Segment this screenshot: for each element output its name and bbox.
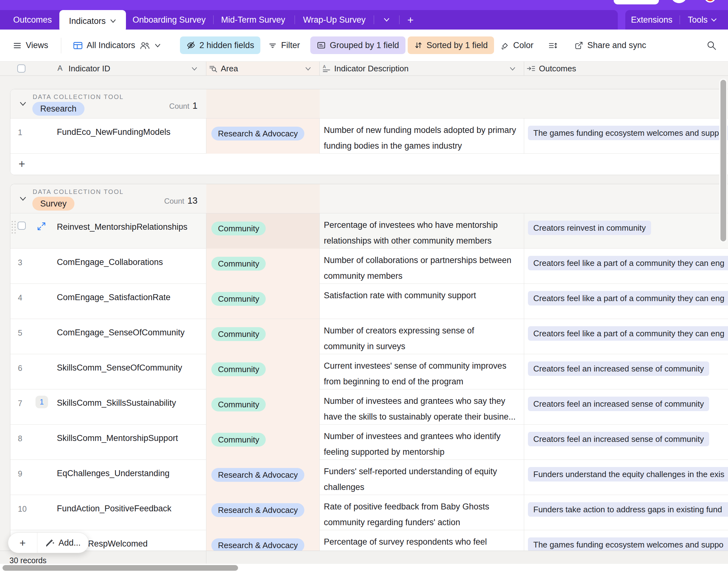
tab-mid-term-survey[interactable]: Mid-Term Survey [221,10,285,29]
filter-button[interactable]: Filter [268,29,300,61]
record-id[interactable]: Reinvest_MentorshipRelationships [57,222,187,232]
add-record-row[interactable]: + [10,154,728,175]
ai-add-button[interactable]: Add... [37,533,89,553]
tools-button[interactable]: Tools [688,10,708,29]
tabs-chevron-down-icon[interactable] [383,10,391,29]
indicator-description[interactable]: Number of investees and grantees who say… [324,393,517,425]
area-chip[interactable]: Research & Advocacy [211,539,304,551]
area-chip[interactable]: Community [211,398,266,411]
table-row[interactable]: _SurveyRespWelcomed Research & Advocacy … [10,530,728,551]
share-button[interactable]: Share and sync [574,29,646,61]
record-id[interactable]: ComEngage_Collaborations [57,258,163,267]
row-height-button[interactable] [548,29,558,61]
outcome-chip[interactable]: Funders take action to address gaps in e… [528,502,728,517]
column-divider[interactable] [524,62,524,75]
chevron-down-icon[interactable] [305,65,312,72]
hidden-fields-button[interactable]: 2 hidden fields [180,37,260,54]
area-chip[interactable]: Research & Advocacy [211,503,304,517]
record-id[interactable]: FundEco_NewFundingModels [57,127,171,137]
table-row-hovered[interactable]: Reinvest_MentorshipRelationships Communi… [10,213,728,248]
notification-dot[interactable] [705,0,716,3]
tab-outcomes[interactable]: Outcomes [13,10,52,29]
column-divider[interactable] [319,62,320,75]
record-id[interactable]: SkillsComm_MentorshipSupport [57,433,178,443]
area-chip[interactable]: Community [211,222,266,235]
add-record-button[interactable]: + [8,533,37,553]
area-chip[interactable]: Research & Advocacy [211,127,304,140]
plus-icon[interactable]: + [18,157,25,171]
table-row[interactable]: 10 FundAction_PositiveFeedback Research … [10,495,728,530]
group-button[interactable]: Grouped by 1 field [310,37,405,54]
extensions-button[interactable]: Extensions [631,10,672,29]
record-id[interactable]: ComEngage_SatisfactionRate [57,293,171,302]
avatar[interactable] [671,0,687,3]
column-header-indicator-id[interactable]: Indicator ID [69,62,110,75]
area-chip[interactable]: Community [211,433,266,447]
area-chip[interactable]: Community [211,327,266,341]
outcome-chip[interactable]: Creators feel like a part of a community… [528,256,728,270]
indicator-description[interactable]: Number of creators expressing sense of c… [324,323,517,354]
outcome-chip[interactable]: Creators feel like a part of a community… [528,291,728,305]
vertical-scrollbar[interactable] [719,79,727,242]
sort-button[interactable]: Sorted by 1 field [408,37,494,54]
tab-onboarding-survey[interactable]: Onboarding Survey [133,10,206,29]
record-id[interactable]: SkillsComm_SenseOfCommunity [57,363,182,373]
table-row[interactable]: 5 ComEngage_SenseOfCommunity Community N… [10,319,728,354]
views-button[interactable]: Views [13,29,48,61]
trial-pill-partial[interactable] [614,0,659,4]
tab-wrap-up-survey[interactable]: Wrap-Up Survey [303,10,366,29]
indicator-description[interactable]: Number of new funding models adopted by … [324,122,517,154]
area-chip[interactable]: Research & Advocacy [211,468,304,482]
indicator-description[interactable]: Satisfaction rate with community support [324,288,517,303]
indicator-description[interactable]: Percentage of survey respondents who fee… [324,534,517,551]
chevron-down-icon[interactable] [191,65,198,72]
indicator-description[interactable]: Rate of positive feedback from Baby Ghos… [324,499,517,530]
indicator-description[interactable]: Percentage of investees who have mentors… [324,217,517,248]
record-id[interactable]: FundAction_PositiveFeedback [57,504,171,513]
outcome-chip[interactable]: Creators feel an increased sense of comm… [528,432,709,446]
table-row[interactable]: 7 1 SkillsComm_SkillsSustainability Comm… [10,389,728,425]
tools-chevron-down-icon[interactable] [710,10,717,29]
indicator-description[interactable]: Number of collaborations or partnerships… [324,253,517,284]
outcome-chip[interactable]: Creators feel an increased sense of comm… [528,397,709,411]
table-row[interactable]: 6 SkillsComm_SenseOfCommunity Community … [10,354,728,389]
search-button[interactable] [706,29,717,61]
indicator-description[interactable]: Funders' self-reported understanding of … [324,463,517,495]
table-row[interactable]: 8 SkillsComm_MentorshipSupport Community… [10,425,728,460]
comment-count-badge[interactable]: 1 [35,396,48,408]
table-row[interactable]: 9 EqChallenges_Understanding Research & … [10,460,728,495]
indicator-description[interactable]: Current investees' sense of community im… [324,358,517,389]
table-row[interactable]: 4 ComEngage_SatisfactionRate Community S… [10,284,728,319]
view-switcher[interactable]: All Indicators [73,29,161,61]
outcome-chip[interactable]: Funders understand the equity challenges… [528,467,728,482]
record-id[interactable]: ComEngage_SenseOfCommunity [57,328,185,338]
outcome-chip[interactable]: The games funding ecosystem welcomes and… [528,538,728,551]
outcome-chip[interactable]: The games funding ecosystem welcomes and… [528,126,728,140]
column-header-outcomes[interactable]: Outcomes [539,62,576,75]
column-header-indicator-description[interactable]: Indicator Description [334,62,409,75]
table-row[interactable]: 1 FundEco_NewFundingModels Research & Ad… [10,119,728,154]
record-id[interactable]: SkillsComm_SkillsSustainability [57,398,176,408]
horizontal-scrollbar-track[interactable] [0,564,728,572]
outcome-chip[interactable]: Creators reinvest in community [528,221,651,235]
horizontal-scrollbar-thumb[interactable] [3,565,238,571]
table-row[interactable]: 3 ComEngage_Collaborations Community Num… [10,248,728,284]
indicator-description[interactable]: Number of investees and grantees who ide… [324,428,517,460]
tab-indicators-active[interactable]: Indicators [59,10,126,32]
select-field-icon [209,64,218,73]
area-chip[interactable]: Community [211,362,266,376]
add-table-plus-icon[interactable]: + [407,10,414,29]
outcome-chip[interactable]: Creators feel an increased sense of comm… [528,361,709,376]
views-label: Views [26,41,48,50]
record-id[interactable]: EqChallenges_Understanding [57,469,170,478]
drag-handle[interactable] [12,221,16,233]
outcome-chip[interactable]: Creators feel like a part of a community… [528,326,728,341]
area-chip[interactable]: Community [211,292,266,306]
row-checkbox[interactable] [18,222,26,230]
color-button[interactable]: Color [500,29,534,61]
chevron-down-icon[interactable] [509,65,516,72]
column-header-area[interactable]: Area [221,62,238,75]
area-chip[interactable]: Community [211,257,266,271]
expand-record-icon[interactable] [37,222,46,231]
select-all-checkbox[interactable] [17,64,25,73]
